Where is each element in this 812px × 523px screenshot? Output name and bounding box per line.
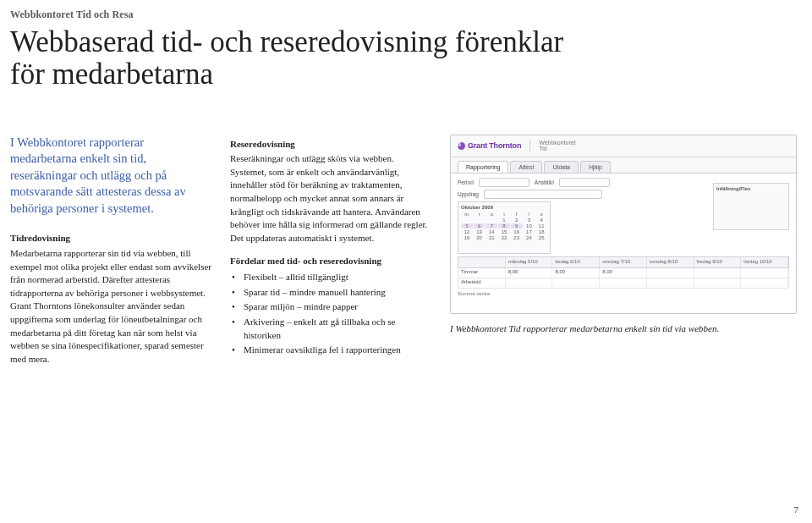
tab-utdata[interactable]: Utdata [544,161,579,173]
grid-cell[interactable] [600,278,647,288]
screenshot-tabs: Rapportering Attest Utdata Hjälp [451,157,796,173]
column-3: Grant Thornton Webbkontoret Tid Rapporte… [450,135,797,335]
grid-head-cell: onsdag 7/10 [600,257,647,267]
grid-cell[interactable]: 8,00 [600,268,647,278]
timesheet-header-row: måndag 5/10 tisdag 6/10 onsdag 7/10 tors… [458,256,789,268]
page-number: 7 [794,504,799,515]
module-line-1: Webbkontoret [539,140,575,146]
brand-name: Grant Thornton [468,141,521,150]
grid-cell[interactable] [741,268,788,278]
grid-cell[interactable] [552,278,600,288]
grid-cell[interactable] [694,268,742,278]
sidebox-title: Infällning/Flex [716,186,786,191]
benefit-item: Minimerar oavsiktliga fel i rapportering… [232,344,431,357]
grid-cell[interactable] [506,278,553,288]
tab-rapportering[interactable]: Rapportering [458,161,508,173]
benefit-item: Sparar miljön – mindre papper [232,300,431,314]
body-tidredovisning: Medarbetarna rapporterar sin tid via web… [10,247,211,366]
side-info-box: Infällning/Flex [713,183,789,230]
label-uppdrag: Uppdrag [458,191,479,197]
anstalld-field[interactable] [559,178,610,187]
screenshot-header: Grant Thornton Webbkontoret Tid [451,135,796,157]
subhead-reseredovisning: Reseredovisning [230,138,431,151]
tab-attest[interactable]: Attest [510,161,542,173]
grid-cell[interactable]: 8,00 [506,268,553,278]
headline-line-1: Webbaserad tid- och reseredovisning före… [10,25,563,58]
app-screenshot: Grant Thornton Webbkontoret Tid Rapporte… [450,135,797,314]
column-2: Reseredovisning Reseräkningar och utlägg… [230,135,431,359]
body-reseredovisning: Reseräkningar och utlägg sköts via webbe… [230,152,431,245]
grid-head-cell: fredag 9/10 [694,257,742,267]
grid-cell[interactable] [647,278,694,288]
page-headline: Webbaserad tid- och reseredovisning före… [0,21,643,91]
label-period: Period [458,179,474,185]
benefit-item: Flexibelt – alltid tillgängligt [232,271,431,284]
content-columns: I Webbkontoret rapporterar medarbetarna … [0,91,812,375]
calendar-widget[interactable]: Oktober 2009 mtotfls 1234 567891011 1213… [458,201,551,254]
intro-paragraph: I Webbkontoret rapporterar medarbetarna … [10,135,211,217]
timesheet-rows: Timmar 8,00 8,00 8,00 Arbetstid [458,268,789,289]
grid-head-cell: torsdag 8/10 [647,257,694,267]
grid-cell[interactable] [741,278,788,288]
benefits-list: Flexibelt – alltid tillgängligt Sparar t… [230,271,431,357]
subhead-tidredovisning: Tidredovisning [10,232,211,245]
grid-cell[interactable] [647,268,694,278]
grid-cell[interactable] [694,278,742,288]
table-row: Timmar 8,00 8,00 8,00 [458,268,789,278]
uppdrag-field[interactable] [484,190,602,199]
benefit-item: Sparar tid – mindre manuell hantering [232,286,431,300]
tab-hjalp[interactable]: Hjälp [580,161,611,173]
benefits-heading: Fördelar med tid- och reseredovisning [230,255,431,268]
screenshot-body: Period Anställd Uppdrag Oktober 2009 mto… [451,173,796,314]
headline-line-2: för medarbetarna [10,58,213,91]
module-name: Webbkontoret Tid [529,140,575,151]
grid-cell[interactable]: Arbetstid [458,278,506,288]
calendar-grid: mtotfls 1234 567891011 12131415161718 19… [461,212,547,240]
period-field[interactable] [479,178,529,187]
module-line-2: Tid [539,146,546,151]
brand-logo-icon [458,142,465,150]
screenshot-caption: I Webbkontoret Tid rapporterar medarbeta… [450,322,797,335]
benefit-item: Arkivering – enkelt att gå tillbaka och … [232,316,431,342]
grid-footer-label: Summa vecka [458,291,789,296]
grid-cell[interactable]: 8,00 [552,268,600,278]
grid-head-cell: måndag 5/10 [506,257,553,267]
calendar-month: Oktober 2009 [461,205,547,210]
grid-cell[interactable]: Timmar [458,268,506,278]
grid-head-cell: tisdag 6/10 [552,257,600,267]
kicker: Webbkontoret Tid och Resa [0,0,812,21]
grid-head-cell: lördag 10/10 [741,257,788,267]
label-anstalld: Anställd [535,179,554,185]
table-row: Arbetstid [458,278,789,289]
column-1: I Webbkontoret rapporterar medarbetarna … [10,135,211,375]
grid-head-cell [458,257,506,267]
